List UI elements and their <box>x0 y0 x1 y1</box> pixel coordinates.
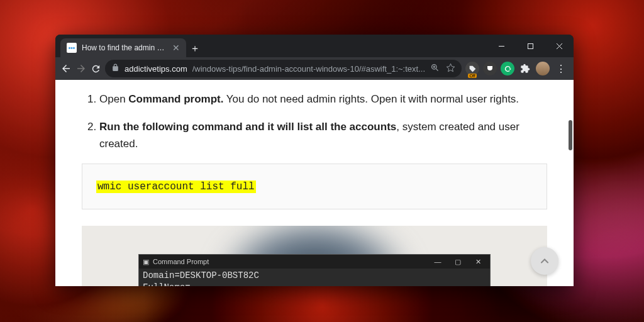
reload-button[interactable] <box>91 60 101 77</box>
new-tab-button[interactable]: ＋ <box>186 40 204 57</box>
extensions-puzzle-icon[interactable] <box>518 62 532 75</box>
lock-icon <box>111 64 119 74</box>
extension-tag-icon[interactable] <box>465 62 479 75</box>
browser-tab[interactable]: ••• How to find the admin account o ✕ <box>60 38 186 57</box>
cmd-window: ▣ Command Prompt — ▢ ✕ Domain=DESKTOP-0B… <box>138 254 491 286</box>
toolbar: addictivetips.com/windows-tips/find-admi… <box>55 57 574 80</box>
bookmark-star-icon[interactable] <box>446 63 455 74</box>
favicon-icon: ••• <box>67 43 77 53</box>
close-window-button[interactable] <box>545 35 574 57</box>
svg-line-5 <box>436 69 438 70</box>
list-item: Open Command prompt. You do not need adm… <box>99 91 547 108</box>
cmd-line: Domain=DESKTOP-0BST82C <box>143 270 486 281</box>
url-path: /windows-tips/find-admin-account-windows… <box>192 64 425 74</box>
cmd-output: Domain=DESKTOP-0BST82C FullName= <box>139 269 490 286</box>
page-content: Open Command prompt. You do not need adm… <box>55 80 574 286</box>
zoom-icon[interactable] <box>430 63 440 74</box>
cmd-line: FullName= <box>143 282 486 286</box>
cmd-maximize-icon[interactable]: ▢ <box>450 257 466 267</box>
address-bar[interactable]: addictivetips.com/windows-tips/find-admi… <box>105 60 462 77</box>
scroll-to-top-button[interactable] <box>531 247 558 275</box>
cmd-minimize-icon[interactable]: — <box>430 257 446 267</box>
menu-button[interactable]: ⋮ <box>553 63 569 75</box>
extensions: ⋮ <box>465 62 569 75</box>
code-text: wmic useraccount list full <box>96 180 256 193</box>
minimize-button[interactable] <box>487 35 516 57</box>
article-screenshot: ▣ Command Prompt — ▢ ✕ Domain=DESKTOP-0B… <box>82 226 547 286</box>
tab-close-icon[interactable]: ✕ <box>172 43 180 53</box>
cmd-close-icon[interactable]: ✕ <box>470 257 486 267</box>
instruction-list: Open Command prompt. You do not need adm… <box>82 91 547 152</box>
window-controls <box>487 35 574 57</box>
profile-avatar[interactable] <box>536 62 550 75</box>
code-block: wmic useraccount list full <box>82 164 547 209</box>
cmd-titlebar: ▣ Command Prompt — ▢ ✕ <box>139 255 490 269</box>
cmd-icon: ▣ <box>143 257 149 267</box>
browser-window: ••• How to find the admin account o ✕ ＋ … <box>55 35 574 286</box>
svg-rect-1 <box>528 43 533 48</box>
extension-pocket-icon[interactable] <box>483 62 497 75</box>
extension-grammarly-icon[interactable] <box>501 62 514 75</box>
titlebar: ••• How to find the admin account o ✕ ＋ <box>55 35 574 57</box>
list-item: Run the following command and it will li… <box>99 119 547 152</box>
tab-title: How to find the admin account o <box>82 43 167 52</box>
cmd-title-text: Command Prompt <box>153 257 209 267</box>
scrollbar-thumb[interactable] <box>569 120 572 150</box>
maximize-button[interactable] <box>516 35 545 57</box>
forward-button[interactable] <box>75 60 87 77</box>
url-domain: addictivetips.com <box>125 64 187 74</box>
back-button[interactable] <box>60 60 72 77</box>
